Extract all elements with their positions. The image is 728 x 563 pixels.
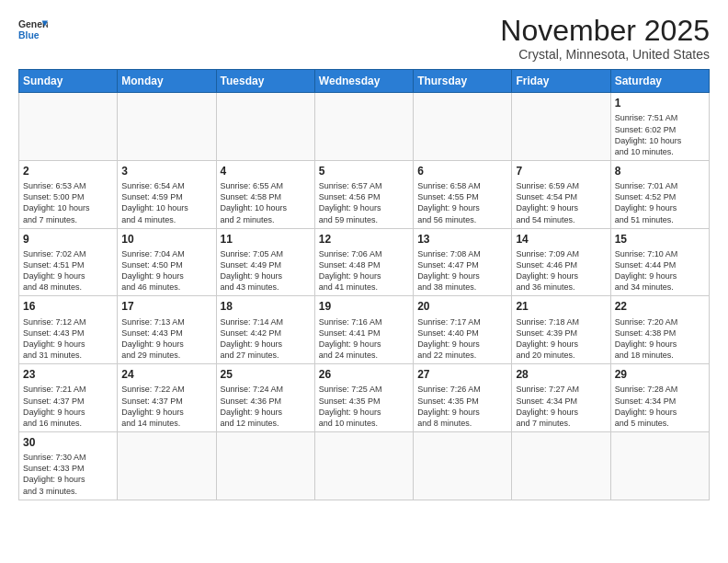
calendar-page: General Blue November 2025 Crystal, Minn…	[0, 0, 728, 563]
day-info: Sunrise: 7:06 AM Sunset: 4:48 PM Dayligh…	[319, 248, 409, 293]
calendar-week-row: 9Sunrise: 7:02 AM Sunset: 4:51 PM Daylig…	[19, 228, 710, 296]
day-info: Sunrise: 7:18 AM Sunset: 4:39 PM Dayligh…	[516, 316, 606, 362]
day-number: 13	[417, 232, 507, 247]
day-info: Sunrise: 7:09 AM Sunset: 4:46 PM Dayligh…	[516, 248, 606, 293]
calendar-cell: 27Sunrise: 7:26 AM Sunset: 4:35 PM Dayli…	[414, 364, 512, 432]
day-info: Sunrise: 7:02 AM Sunset: 4:51 PM Dayligh…	[23, 248, 113, 293]
weekday-header-friday: Friday	[512, 70, 610, 93]
calendar-cell	[314, 93, 413, 161]
calendar-cell: 28Sunrise: 7:27 AM Sunset: 4:34 PM Dayli…	[512, 364, 610, 432]
calendar-week-row: 2Sunrise: 6:53 AM Sunset: 5:00 PM Daylig…	[19, 160, 710, 228]
day-info: Sunrise: 7:22 AM Sunset: 4:37 PM Dayligh…	[121, 384, 211, 429]
day-info: Sunrise: 7:28 AM Sunset: 4:34 PM Dayligh…	[615, 384, 705, 429]
calendar-cell: 29Sunrise: 7:28 AM Sunset: 4:34 PM Dayli…	[610, 364, 709, 432]
day-number: 26	[319, 367, 409, 382]
day-info: Sunrise: 7:10 AM Sunset: 4:44 PM Dayligh…	[615, 248, 705, 293]
calendar-week-row: 1Sunrise: 7:51 AM Sunset: 6:02 PM Daylig…	[19, 93, 710, 161]
calendar-cell: 16Sunrise: 7:12 AM Sunset: 4:43 PM Dayli…	[19, 296, 118, 364]
day-number: 20	[417, 299, 507, 314]
calendar-cell: 30Sunrise: 7:30 AM Sunset: 4:33 PM Dayli…	[19, 431, 118, 500]
calendar-cell: 5Sunrise: 6:57 AM Sunset: 4:56 PM Daylig…	[314, 160, 413, 228]
location-text: Crystal, Minnesota, United States	[500, 47, 710, 62]
day-number: 9	[23, 232, 113, 247]
calendar-cell	[314, 431, 413, 500]
day-info: Sunrise: 6:58 AM Sunset: 4:55 PM Dayligh…	[417, 180, 507, 225]
day-info: Sunrise: 7:01 AM Sunset: 4:52 PM Dayligh…	[615, 180, 705, 225]
weekday-header-wednesday: Wednesday	[314, 70, 413, 93]
day-info: Sunrise: 7:12 AM Sunset: 4:43 PM Dayligh…	[23, 316, 113, 362]
day-info: Sunrise: 7:16 AM Sunset: 4:41 PM Dayligh…	[319, 316, 409, 362]
calendar-cell	[216, 93, 314, 161]
calendar-cell	[414, 431, 512, 500]
calendar-cell: 20Sunrise: 7:17 AM Sunset: 4:40 PM Dayli…	[414, 296, 512, 364]
calendar-cell	[610, 431, 709, 500]
calendar-week-row: 23Sunrise: 7:21 AM Sunset: 4:37 PM Dayli…	[19, 364, 710, 432]
day-info: Sunrise: 7:04 AM Sunset: 4:50 PM Dayligh…	[121, 248, 211, 293]
calendar-cell	[512, 93, 610, 161]
day-info: Sunrise: 7:21 AM Sunset: 4:37 PM Dayligh…	[23, 384, 113, 429]
calendar-cell: 26Sunrise: 7:25 AM Sunset: 4:35 PM Dayli…	[314, 364, 413, 432]
calendar-cell: 8Sunrise: 7:01 AM Sunset: 4:52 PM Daylig…	[610, 160, 709, 228]
day-info: Sunrise: 7:20 AM Sunset: 4:38 PM Dayligh…	[615, 316, 705, 362]
calendar-cell: 17Sunrise: 7:13 AM Sunset: 4:43 PM Dayli…	[118, 296, 216, 364]
day-number: 2	[23, 164, 113, 178]
day-number: 17	[121, 299, 211, 314]
day-number: 28	[516, 367, 606, 382]
calendar-week-row: 16Sunrise: 7:12 AM Sunset: 4:43 PM Dayli…	[19, 296, 710, 364]
calendar-cell: 2Sunrise: 6:53 AM Sunset: 5:00 PM Daylig…	[19, 160, 118, 228]
weekday-header-monday: Monday	[118, 70, 216, 93]
weekday-header-saturday: Saturday	[610, 70, 709, 93]
day-number: 8	[615, 164, 705, 178]
day-number: 14	[516, 232, 606, 247]
day-number: 22	[615, 299, 705, 314]
day-info: Sunrise: 6:55 AM Sunset: 4:58 PM Dayligh…	[221, 180, 311, 225]
calendar-cell: 6Sunrise: 6:58 AM Sunset: 4:55 PM Daylig…	[414, 160, 512, 228]
day-info: Sunrise: 7:26 AM Sunset: 4:35 PM Dayligh…	[417, 384, 507, 429]
day-number: 10	[121, 232, 211, 247]
day-info: Sunrise: 7:30 AM Sunset: 4:33 PM Dayligh…	[23, 452, 113, 497]
day-number: 21	[516, 299, 606, 314]
day-number: 7	[516, 164, 606, 178]
weekday-header-row: SundayMondayTuesdayWednesdayThursdayFrid…	[19, 70, 710, 93]
day-info: Sunrise: 7:51 AM Sunset: 6:02 PM Dayligh…	[615, 112, 705, 157]
calendar-cell: 13Sunrise: 7:08 AM Sunset: 4:47 PM Dayli…	[414, 228, 512, 296]
day-number: 1	[615, 96, 705, 110]
calendar-cell: 18Sunrise: 7:14 AM Sunset: 4:42 PM Dayli…	[216, 296, 314, 364]
day-info: Sunrise: 7:08 AM Sunset: 4:47 PM Dayligh…	[417, 248, 507, 293]
day-info: Sunrise: 6:53 AM Sunset: 5:00 PM Dayligh…	[23, 180, 113, 225]
day-info: Sunrise: 7:25 AM Sunset: 4:35 PM Dayligh…	[319, 384, 409, 429]
day-info: Sunrise: 7:05 AM Sunset: 4:49 PM Dayligh…	[221, 248, 311, 293]
day-info: Sunrise: 6:59 AM Sunset: 4:54 PM Dayligh…	[516, 180, 606, 225]
month-title: November 2025	[500, 15, 710, 47]
calendar-cell: 22Sunrise: 7:20 AM Sunset: 4:38 PM Dayli…	[610, 296, 709, 364]
day-info: Sunrise: 7:14 AM Sunset: 4:42 PM Dayligh…	[221, 316, 311, 362]
day-number: 4	[221, 164, 311, 178]
calendar-cell	[512, 431, 610, 500]
day-info: Sunrise: 7:17 AM Sunset: 4:40 PM Dayligh…	[417, 316, 507, 362]
calendar-cell: 10Sunrise: 7:04 AM Sunset: 4:50 PM Dayli…	[118, 228, 216, 296]
calendar-cell: 12Sunrise: 7:06 AM Sunset: 4:48 PM Dayli…	[314, 228, 413, 296]
day-info: Sunrise: 6:57 AM Sunset: 4:56 PM Dayligh…	[319, 180, 409, 225]
page-header: General Blue November 2025 Crystal, Minn…	[18, 15, 710, 62]
day-info: Sunrise: 6:54 AM Sunset: 4:59 PM Dayligh…	[121, 180, 211, 225]
weekday-header-sunday: Sunday	[19, 70, 118, 93]
day-number: 18	[221, 299, 311, 314]
day-number: 12	[319, 232, 409, 247]
calendar-cell: 24Sunrise: 7:22 AM Sunset: 4:37 PM Dayli…	[118, 364, 216, 432]
calendar-cell	[414, 93, 512, 161]
day-info: Sunrise: 7:24 AM Sunset: 4:36 PM Dayligh…	[221, 384, 311, 429]
logo: General Blue	[18, 15, 48, 44]
calendar-cell: 3Sunrise: 6:54 AM Sunset: 4:59 PM Daylig…	[118, 160, 216, 228]
calendar-week-row: 30Sunrise: 7:30 AM Sunset: 4:33 PM Dayli…	[19, 431, 710, 500]
day-info: Sunrise: 7:13 AM Sunset: 4:43 PM Dayligh…	[121, 316, 211, 362]
calendar-cell: 25Sunrise: 7:24 AM Sunset: 4:36 PM Dayli…	[216, 364, 314, 432]
calendar-cell: 23Sunrise: 7:21 AM Sunset: 4:37 PM Dayli…	[19, 364, 118, 432]
day-number: 5	[319, 164, 409, 178]
calendar-cell: 9Sunrise: 7:02 AM Sunset: 4:51 PM Daylig…	[19, 228, 118, 296]
day-number: 16	[23, 299, 113, 314]
day-number: 24	[121, 367, 211, 382]
day-number: 6	[417, 164, 507, 178]
day-info: Sunrise: 7:27 AM Sunset: 4:34 PM Dayligh…	[516, 384, 606, 429]
calendar-cell: 19Sunrise: 7:16 AM Sunset: 4:41 PM Dayli…	[314, 296, 413, 364]
calendar-cell: 14Sunrise: 7:09 AM Sunset: 4:46 PM Dayli…	[512, 228, 610, 296]
